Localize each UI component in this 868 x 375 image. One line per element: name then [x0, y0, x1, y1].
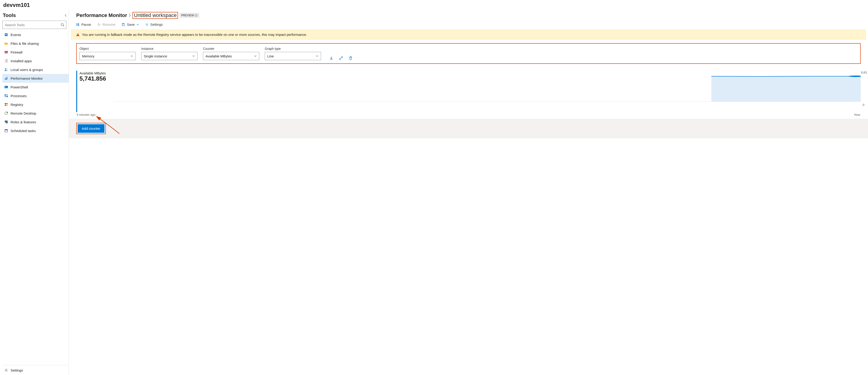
sidebar-item-events[interactable]: Events	[2, 30, 69, 39]
svg-rect-8	[6, 77, 6, 80]
instance-label: Instance	[141, 47, 197, 51]
preview-badge[interactable]: PREVIEW	[179, 13, 199, 18]
sidebar-item-label: Local users & groups	[10, 68, 43, 72]
add-counter-highlight: Add counter	[76, 123, 106, 134]
users-icon	[4, 67, 8, 72]
object-label: Object	[80, 47, 136, 51]
svg-rect-14	[6, 96, 8, 97]
remote-desktop-icon	[4, 111, 8, 115]
sidebar-settings-label: Settings	[10, 368, 23, 372]
roles-icon	[4, 120, 8, 124]
svg-point-31	[147, 24, 148, 25]
chevron-down-icon	[192, 55, 195, 57]
svg-rect-2	[5, 34, 7, 34]
sidebar-item-label: Events	[10, 33, 21, 37]
graphtype-dropdown[interactable]: Line	[265, 52, 321, 60]
sidebar-item-performance-monitor[interactable]: Performance Monitor	[2, 74, 69, 83]
breadcrumb-root[interactable]: Performance Monitor	[76, 12, 127, 19]
svg-rect-12	[6, 94, 8, 96]
save-icon	[122, 23, 125, 26]
download-icon[interactable]	[329, 56, 334, 60]
expand-icon[interactable]	[339, 56, 343, 60]
sidebar-item-registry[interactable]: Registry	[2, 100, 69, 109]
svg-rect-13	[5, 96, 6, 97]
svg-point-5	[5, 68, 6, 70]
svg-rect-16	[6, 103, 7, 104]
chart-ymin: 0	[863, 103, 864, 106]
svg-rect-32	[711, 76, 861, 101]
sidebar-item-processes[interactable]: Processes	[2, 91, 69, 100]
events-icon	[4, 33, 8, 37]
sidebar-item-label: Installed apps	[10, 59, 32, 63]
sidebar-item-firewall[interactable]: Firewall	[2, 48, 69, 57]
counter-config-panel: Object Memory Instance Single instance C…	[76, 43, 861, 64]
firewall-icon	[4, 50, 8, 54]
list-icon	[4, 59, 8, 63]
breadcrumb: Performance Monitor Untitled workspace P…	[69, 8, 868, 20]
instance-value: Single instance	[144, 54, 167, 58]
breadcrumb-separator-icon	[128, 13, 131, 17]
object-dropdown[interactable]: Memory	[80, 52, 136, 60]
counter-label: Counter	[203, 47, 259, 51]
sidebar-item-files[interactable]: Files & file sharing	[2, 39, 69, 48]
counter-value: Available MBytes	[206, 54, 232, 58]
save-button[interactable]: Save	[122, 23, 139, 26]
sidebar-item-scheduled-tasks[interactable]: Scheduled tasks	[2, 126, 69, 135]
sidebar-settings[interactable]: Settings	[2, 365, 69, 375]
svg-point-6	[6, 69, 7, 70]
object-value: Memory	[82, 54, 94, 58]
chart-xmax: Now	[854, 113, 860, 117]
sidebar-item-label: Roles & features	[10, 120, 36, 124]
svg-rect-3	[5, 35, 7, 35]
tools-title: Tools	[3, 12, 16, 19]
settings-button[interactable]: Settings	[145, 23, 163, 26]
counter-dropdown[interactable]: Available MBytes	[203, 52, 259, 60]
sidebar-item-label: Remote Desktop	[10, 112, 36, 115]
metric-title: Available MBytes	[80, 71, 106, 75]
svg-rect-9	[7, 77, 7, 80]
hostname: devvm101	[0, 0, 868, 8]
svg-rect-28	[77, 23, 78, 26]
scheduled-tasks-icon	[4, 129, 8, 133]
settings-label: Settings	[150, 23, 163, 26]
svg-rect-29	[78, 23, 79, 26]
play-icon	[98, 23, 101, 26]
gear-icon	[145, 23, 149, 26]
sidebar-item-roles-features[interactable]: Roles & features	[2, 118, 69, 126]
sidebar-item-remote-desktop[interactable]: Remote Desktop	[2, 109, 69, 118]
pause-icon	[76, 23, 80, 26]
search-tools-input[interactable]	[2, 21, 66, 29]
workspace-title[interactable]: Untitled workspace	[132, 12, 178, 19]
svg-rect-30	[123, 24, 124, 24]
add-counter-button[interactable]: Add counter	[78, 124, 104, 133]
pause-button[interactable]: Pause	[76, 23, 91, 26]
chevron-down-icon	[130, 55, 133, 57]
sidebar-item-installed-apps[interactable]: Installed apps	[2, 57, 69, 65]
graphtype-label: Graph type	[265, 47, 321, 51]
sidebar-item-label: Registry	[10, 103, 23, 106]
instance-dropdown[interactable]: Single instance	[141, 52, 197, 60]
resume-button: Resume	[98, 23, 116, 26]
svg-point-20	[7, 112, 8, 113]
svg-rect-15	[5, 103, 6, 104]
metric-block: Available MBytes 5,741.856	[76, 71, 108, 112]
chevron-down-icon	[136, 24, 139, 26]
search-input-field[interactable]	[4, 23, 61, 27]
warning-banner: You are running in fallback mode as the …	[71, 30, 866, 39]
sidebar-item-local-users[interactable]: Local users & groups	[2, 65, 69, 74]
svg-rect-17	[5, 105, 6, 106]
chevron-down-icon	[316, 55, 318, 57]
delete-icon[interactable]	[348, 56, 353, 60]
resume-label: Resume	[103, 23, 116, 26]
chart-ymax: 6,83…	[861, 71, 868, 74]
preview-label: PREVIEW	[181, 14, 194, 17]
sidebar-item-label: Files & file sharing	[10, 41, 39, 45]
info-icon	[195, 14, 197, 17]
tools-nav: Events Files & file sharing Firewall Ins…	[2, 30, 69, 364]
collapse-sidebar-icon[interactable]	[64, 14, 67, 17]
graphtype-value: Line	[267, 54, 274, 58]
sidebar-item-powershell[interactable]: PowerShell	[2, 83, 69, 91]
tools-sidebar: Tools Events Files & file sharing Firew	[0, 8, 69, 375]
svg-rect-18	[6, 105, 7, 106]
metric-value: 5,741.856	[80, 75, 106, 82]
